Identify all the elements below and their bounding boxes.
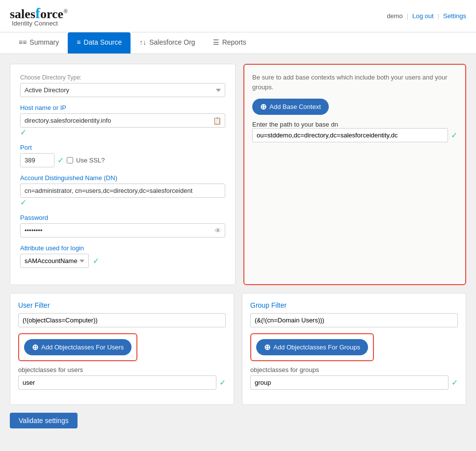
tab-datasource-label: Data Source bbox=[83, 38, 122, 46]
tab-datasource[interactable]: ≡ Data Source bbox=[68, 32, 131, 53]
group-objectclass-group: objectclasses for groups ✓ bbox=[250, 366, 458, 390]
add-users-plus-icon: ⊕ bbox=[32, 343, 38, 352]
tab-salesforceorg[interactable]: ↑↓ Salesforce Org bbox=[131, 32, 204, 53]
host-input[interactable] bbox=[20, 113, 225, 128]
host-input-icon: 📋 bbox=[213, 117, 221, 125]
bottom-cards-row: User Filter ⊕ Add Objectclasses For User… bbox=[10, 293, 466, 405]
right-base-context-panel: Be sure to add base contexts which inclu… bbox=[243, 64, 466, 285]
password-group: Password 👁 bbox=[20, 214, 225, 238]
tab-reports-label: Reports bbox=[222, 38, 246, 46]
summary-icon: ≡≡ bbox=[19, 38, 26, 46]
add-base-context-label: Add Base Context bbox=[269, 103, 321, 110]
logo-area: salesforce® Identity Connect bbox=[10, 5, 68, 27]
reports-icon: ☰ bbox=[213, 38, 219, 46]
user-add-objectclass-highlight: ⊕ Add Objectclasses For Users bbox=[18, 333, 137, 361]
group-objectclass-label: objectclasses for groups bbox=[250, 366, 458, 373]
host-input-wrapper: 📋 bbox=[20, 113, 225, 128]
base-dn-group: Enter the path to your base dn ✓ bbox=[252, 121, 457, 142]
top-cards-row: Choose Directory Type: Active Directory … bbox=[10, 64, 466, 285]
base-dn-check-icon: ✓ bbox=[451, 131, 457, 140]
password-input-wrapper: 👁 bbox=[20, 223, 225, 238]
logo-subtitle: Identity Connect bbox=[12, 20, 68, 27]
account-dn-label: Account Distinguished Name (DN) bbox=[20, 174, 225, 182]
validate-row: Validate settings bbox=[10, 413, 466, 428]
group-filter-card: Group Filter ⊕ Add Objectclasses For Gro… bbox=[242, 293, 466, 405]
attr-login-label: Attribute used for login bbox=[20, 244, 225, 252]
attr-login-check-icon: ✓ bbox=[93, 256, 99, 265]
add-groups-plus-icon: ⊕ bbox=[264, 343, 270, 352]
host-check-icon: ✓ bbox=[20, 128, 26, 136]
password-label: Password bbox=[20, 214, 225, 221]
salesforceorg-icon: ↑↓ bbox=[139, 38, 146, 46]
separator2: | bbox=[438, 12, 439, 20]
group-objectclass-input[interactable] bbox=[250, 375, 449, 390]
host-group: Host name or IP 📋 ✓ bbox=[20, 104, 225, 137]
password-toggle-icon[interactable]: 👁 bbox=[214, 227, 221, 235]
header-nav: demo | Log out | Settings bbox=[387, 12, 466, 20]
ssl-checkbox[interactable] bbox=[67, 157, 73, 163]
tab-summary[interactable]: ≡≡ Summary bbox=[10, 32, 68, 53]
settings-link[interactable]: Settings bbox=[443, 12, 466, 20]
directory-type-group: Choose Directory Type: Active Directory bbox=[20, 74, 225, 97]
user-objectclass-label: objectclasses for users bbox=[18, 366, 226, 373]
main-content: Choose Directory Type: Active Directory … bbox=[0, 54, 476, 438]
header: salesforce® Identity Connect demo | Log … bbox=[0, 0, 476, 32]
attr-login-group: Attribute used for login sAMAccountName … bbox=[20, 244, 225, 268]
account-dn-check-icon: ✓ bbox=[20, 198, 26, 207]
group-filter-title: Group Filter bbox=[250, 301, 458, 309]
password-input[interactable] bbox=[20, 223, 225, 238]
separator1: | bbox=[407, 12, 408, 20]
host-label: Host name or IP bbox=[20, 104, 225, 111]
attr-login-select[interactable]: sAMAccountName bbox=[20, 254, 89, 268]
ssl-label: Use SSL? bbox=[76, 157, 105, 164]
group-objectclass-check-icon: ✓ bbox=[451, 378, 458, 387]
user-objectclass-group: objectclasses for users ✓ bbox=[18, 366, 226, 390]
user-filter-input[interactable] bbox=[18, 313, 226, 327]
group-objectclass-row: ✓ bbox=[250, 375, 458, 390]
add-base-context-plus-icon: ⊕ bbox=[260, 102, 266, 111]
base-dn-input[interactable] bbox=[252, 128, 448, 142]
validate-settings-button[interactable]: Validate settings bbox=[10, 413, 78, 428]
port-check-icon: ✓ bbox=[57, 156, 64, 165]
add-base-context-button[interactable]: ⊕ Add Base Context bbox=[252, 99, 329, 115]
attr-login-row: sAMAccountName ✓ bbox=[20, 254, 225, 268]
directory-type-select[interactable]: Active Directory bbox=[20, 83, 225, 97]
user-objectclass-row: ✓ bbox=[18, 375, 226, 390]
header-username: demo bbox=[387, 12, 403, 20]
add-users-label: Add Objectclasses For Users bbox=[41, 344, 124, 351]
add-groups-label: Add Objectclasses For Groups bbox=[273, 344, 360, 351]
user-objectclass-check-icon: ✓ bbox=[219, 378, 226, 387]
directory-type-label: Choose Directory Type: bbox=[20, 74, 225, 81]
datasource-icon: ≡ bbox=[77, 38, 80, 46]
port-label: Port bbox=[20, 144, 225, 151]
group-filter-input[interactable] bbox=[250, 313, 458, 327]
group-add-objectclass-highlight: ⊕ Add Objectclasses For Groups bbox=[250, 333, 374, 361]
base-context-info-text: Be sure to add base contexts which inclu… bbox=[252, 73, 457, 92]
port-ssl-row: ✓ Use SSL? bbox=[20, 153, 225, 167]
account-dn-group: Account Distinguished Name (DN) ✓ bbox=[20, 174, 225, 207]
left-config-card: Choose Directory Type: Active Directory … bbox=[10, 64, 236, 285]
nav-tabs: ≡≡ Summary ≡ Data Source ↑↓ Salesforce O… bbox=[0, 32, 476, 54]
base-dn-row: ✓ bbox=[252, 128, 457, 142]
logout-link[interactable]: Log out bbox=[412, 12, 433, 20]
tab-summary-label: Summary bbox=[29, 38, 59, 46]
base-dn-label: Enter the path to your base dn bbox=[252, 121, 338, 128]
account-dn-input[interactable] bbox=[20, 184, 225, 198]
user-filter-title: User Filter bbox=[18, 301, 226, 309]
port-group: Port ✓ Use SSL? bbox=[20, 144, 225, 167]
user-objectclass-input[interactable] bbox=[18, 375, 216, 390]
port-input[interactable] bbox=[20, 153, 54, 167]
add-objectclasses-groups-button[interactable]: ⊕ Add Objectclasses For Groups bbox=[256, 339, 368, 355]
tab-reports[interactable]: ☰ Reports bbox=[204, 32, 255, 53]
user-filter-card: User Filter ⊕ Add Objectclasses For User… bbox=[10, 293, 234, 405]
add-objectclasses-users-button[interactable]: ⊕ Add Objectclasses For Users bbox=[24, 339, 132, 355]
salesforce-logo: salesforce® bbox=[10, 5, 68, 22]
tab-salesforceorg-label: Salesforce Org bbox=[149, 38, 195, 46]
